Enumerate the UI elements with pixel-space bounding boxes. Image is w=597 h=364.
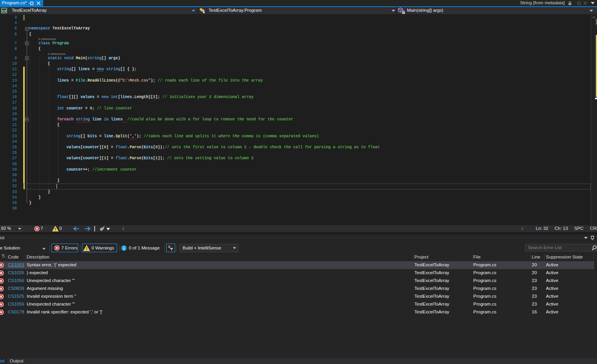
svg-text:C#: C# — [2, 9, 6, 13]
